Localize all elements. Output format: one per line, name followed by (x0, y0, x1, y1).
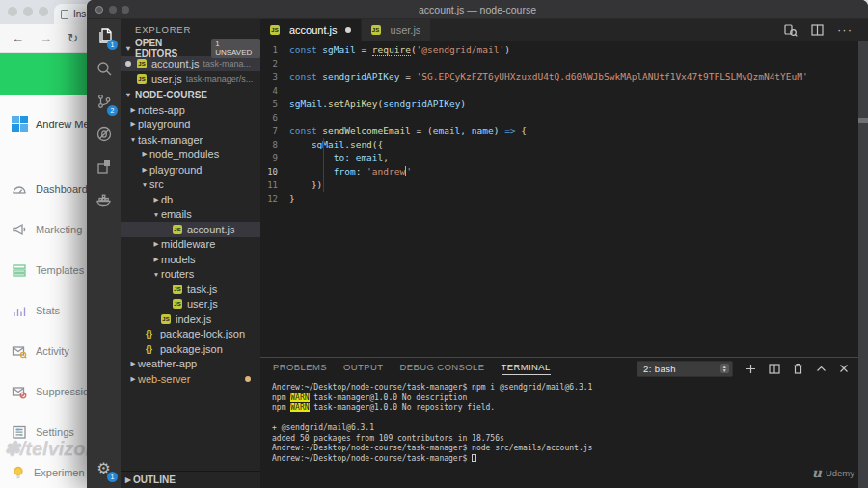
sidebar-item-stats[interactable]: Stats (12, 301, 60, 320)
sidebar-item-activity[interactable]: Activity (12, 341, 69, 361)
search-icon (95, 60, 113, 77)
line-number: 11 (260, 178, 289, 192)
tree-item-db[interactable]: ▶db (121, 192, 260, 207)
chevron-down-icon: ▼ (123, 44, 133, 53)
tree-item-task-manager[interactable]: ▼task-manager (121, 132, 260, 148)
editor-actions: ··· (784, 19, 868, 41)
chevron-right-icon: ▶ (140, 166, 149, 174)
chevron-right-icon: ▶ (123, 475, 133, 484)
settings-gear-button[interactable]: ⚙1 (87, 451, 121, 484)
chevron-right-icon: ▶ (151, 256, 161, 263)
panel-tab-output[interactable]: OUTPUT (343, 362, 383, 375)
tree-item-user-js[interactable]: JSuser.js (121, 297, 260, 312)
stats-icon (12, 304, 27, 317)
code-editor[interactable]: 1const sgMail = require('@sendgrid/mail'… (260, 41, 858, 357)
chevron-right-icon: ▶ (151, 240, 161, 248)
tree-item-task-js[interactable]: JStask.js (121, 282, 260, 297)
close-panel-icon[interactable] (839, 364, 849, 373)
tab-account-js[interactable]: JSaccount.js (260, 19, 362, 41)
chevron-right-icon: ▶ (140, 150, 149, 158)
tree-item-src[interactable]: ▼src (121, 177, 260, 193)
terminal-line: Andrew:~/Desktop/node-course/task-manage… (272, 454, 853, 465)
window-title: account.js — node-course (87, 0, 868, 19)
back-icon[interactable]: ← (12, 31, 24, 45)
tree-item-label: routers (161, 268, 194, 280)
open-editor-item[interactable]: JSaccount.jstask-mana... (121, 56, 260, 71)
outline-section-header[interactable]: ▶ OUTLINE (121, 471, 260, 488)
modified-dot-icon (125, 61, 131, 67)
folder-section-header[interactable]: ▼ NODE-COURSE (121, 87, 260, 102)
indent-guide (323, 138, 324, 192)
split-editor-icon[interactable] (811, 24, 824, 36)
editor-tab-bar: JSaccount.jsJSuser.js ··· (260, 19, 868, 41)
line-number: 9 (260, 151, 289, 165)
more-actions-icon[interactable]: ··· (837, 25, 853, 35)
docker-activity-button[interactable] (87, 183, 121, 216)
vscode-close-button[interactable] (95, 6, 103, 14)
tree-item-models[interactable]: ▶models (121, 252, 260, 267)
tree-item-notes-app[interactable]: ▶notes-app (121, 102, 260, 118)
tab-label: account.js (289, 24, 338, 36)
sidebar-item-label: Dashboard (36, 183, 88, 195)
browser-minimize-button[interactable] (23, 7, 33, 16)
tree-item-index-js[interactable]: JSindex.js (121, 312, 260, 327)
tree-item-middleware[interactable]: ▶middleware (121, 237, 260, 253)
sidebar-item-label: Templates (36, 264, 84, 276)
sidebar-item-templates[interactable]: Templates (12, 260, 84, 280)
open-editor-item[interactable]: JSuser.jstask-manager/s... (121, 71, 260, 87)
files-activity-button[interactable]: 1 (87, 19, 121, 52)
terminal-line: npm WARN task-manager@1.0.0 No repositor… (272, 403, 853, 414)
js-file-icon: JS (137, 59, 147, 68)
browser-close-button[interactable] (8, 7, 17, 16)
file-name: account.js (151, 58, 200, 69)
source-control-activity-button[interactable]: 2 (87, 85, 121, 118)
extensions-activity-button[interactable] (87, 150, 121, 183)
tree-item-package-json[interactable]: {}package.json (121, 341, 260, 357)
open-editors-header[interactable]: ▼ OPEN EDITORS 1 UNSAVED (121, 41, 260, 56)
reload-icon[interactable]: ↻ (68, 31, 78, 45)
forward-icon[interactable]: → (40, 31, 52, 45)
tree-item-label: package.json (160, 343, 223, 355)
panel-tab-terminal[interactable]: TERMINAL (502, 362, 551, 375)
panel-tab-bar: PROBLEMSOUTPUTDEBUG CONSOLETERMINAL 2: b… (260, 358, 858, 379)
title-bar[interactable]: account.js — node-course (87, 0, 868, 19)
panel-tab-problems[interactable]: PROBLEMS (273, 362, 327, 375)
panel-tab-debug-console[interactable]: DEBUG CONSOLE (399, 362, 484, 375)
sidebar-item-dashboard[interactable]: Dashboard (12, 179, 88, 199)
vscode-minimize-button[interactable] (109, 6, 117, 14)
tree-item-routers[interactable]: ▼routers (121, 267, 260, 283)
chevron-down-icon: ▼ (151, 271, 161, 278)
open-changes-icon[interactable] (784, 24, 798, 37)
editor-scrollbar[interactable] (858, 41, 868, 488)
tree-item-package-lock-json[interactable]: {}package-lock.json (121, 327, 260, 342)
debug-activity-button[interactable] (87, 118, 121, 150)
sidebar-item-marketing[interactable]: Marketing (12, 220, 82, 239)
browser-zoom-button[interactable] (39, 7, 48, 16)
split-terminal-icon[interactable] (769, 364, 780, 374)
terminal-shell-select[interactable]: 2: bash ▲▼ (637, 361, 733, 377)
code-text: }) (289, 178, 322, 192)
code-text: to: email, (289, 151, 389, 165)
scrollbar-thumb[interactable] (858, 118, 868, 123)
tab-user-js[interactable]: JSuser.js (362, 19, 432, 41)
sidebar-item-experimen[interactable]: Experimen (12, 463, 85, 482)
tree-item-weather-app[interactable]: ▶weather-app (121, 357, 260, 372)
js-file-icon: JS (371, 25, 381, 35)
screen: Ins ← → ↻ Andrew Mead DashboardMarketing… (0, 0, 868, 488)
tree-item-account-js[interactable]: JSaccount.js (121, 222, 260, 237)
browser-tab-label: Ins (73, 9, 86, 19)
tree-item-playground[interactable]: ▶playground (121, 162, 260, 177)
vscode-zoom-button[interactable] (122, 6, 129, 14)
tree-item-label: task-manager (138, 134, 203, 146)
tree-item-emails[interactable]: ▼emails (121, 207, 260, 223)
maximize-panel-icon[interactable] (816, 365, 827, 372)
tree-item-node-modules[interactable]: ▶node_modules (121, 148, 260, 163)
tree-item-playground[interactable]: ▶playground (121, 118, 260, 133)
tree-item-web-server[interactable]: ▶web-server (121, 371, 260, 387)
code-text: } (289, 192, 295, 205)
new-terminal-icon[interactable] (746, 364, 756, 374)
terminal-output[interactable]: Andrew:~/Desktop/node-course/task-manage… (272, 383, 853, 488)
kill-terminal-icon[interactable] (793, 363, 803, 374)
search-activity-button[interactable] (87, 52, 121, 85)
json-file-icon: {} (146, 344, 155, 354)
